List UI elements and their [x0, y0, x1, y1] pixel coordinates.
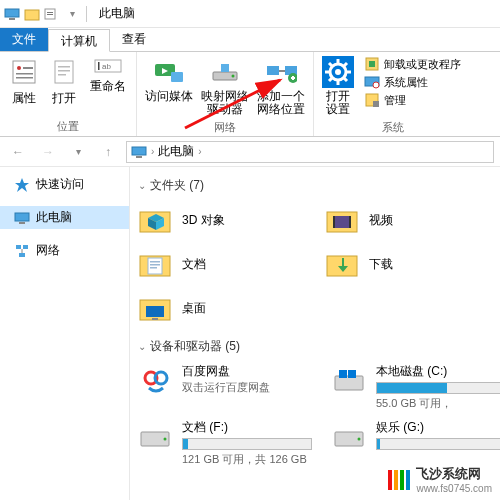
folders-grid: 3D 对象 视频 文档 下载	[138, 200, 492, 328]
sidebar-item-this-pc[interactable]: 此电脑	[0, 206, 129, 229]
svg-rect-61	[333, 216, 351, 228]
chevron-right-icon[interactable]: ›	[151, 146, 154, 157]
svg-rect-63	[349, 216, 351, 228]
sidebar-thispc-label: 此电脑	[36, 209, 72, 226]
manage-button[interactable]: 管理	[364, 92, 461, 108]
open-label: 打开	[52, 90, 76, 107]
sidebar: 快速访问 此电脑 网络	[0, 167, 130, 500]
svg-rect-24	[267, 66, 279, 75]
svg-rect-54	[19, 253, 25, 257]
svg-line-39	[344, 63, 347, 66]
sysprops-label: 系统属性	[384, 75, 428, 90]
addloc-button[interactable]: 添加一个 网络位置	[253, 54, 309, 118]
mapdrive-button[interactable]: 映射网络 驱动器	[197, 54, 253, 118]
rename-label: 重命名	[90, 78, 126, 95]
media-button[interactable]: 访问媒体	[141, 54, 197, 118]
drive-baidu-name: 百度网盘	[182, 363, 312, 380]
group-label-location: 位置	[57, 117, 79, 136]
ribbon-group-location: 属性 打开 ab 重命名 位置	[0, 52, 137, 136]
pc-small-icon	[131, 145, 147, 159]
folder-documents[interactable]: 文档	[138, 244, 305, 284]
svg-point-44	[373, 82, 379, 88]
folder-3d-label: 3D 对象	[182, 212, 225, 229]
breadcrumb[interactable]: › 此电脑 ›	[126, 141, 494, 163]
drive-g-bar	[376, 438, 500, 450]
media-label: 访问媒体	[145, 90, 193, 103]
svg-rect-62	[333, 216, 335, 228]
content: ⌄ 文件夹 (7) 3D 对象 视频 文档	[130, 167, 500, 500]
manage-label: 管理	[384, 93, 406, 108]
drive-baidu[interactable]: 百度网盘 双击运行百度网盘	[138, 361, 312, 413]
svg-point-32	[335, 69, 341, 75]
chevron-right-icon[interactable]: ›	[198, 146, 201, 157]
sysprops-button[interactable]: 系统属性	[364, 74, 461, 90]
folder-3d-icon	[138, 202, 174, 238]
svg-point-82	[358, 438, 361, 441]
folder-downloads-label: 下载	[369, 256, 393, 273]
properties-button[interactable]: 属性	[4, 54, 44, 117]
nav-recent-button[interactable]: ▾	[66, 140, 90, 164]
drive-c-bar	[376, 382, 500, 394]
drives-grid: 百度网盘 双击运行百度网盘 本地磁盘 (C:) 55.0 GB 可用，	[138, 361, 492, 469]
folder-3d-objects[interactable]: 3D 对象	[138, 200, 305, 240]
drive-f[interactable]: 文档 (F:) 121 GB 可用，共 126 GB	[138, 417, 312, 469]
watermark-text: 飞沙系统网	[416, 465, 492, 483]
svg-rect-46	[373, 101, 379, 107]
svg-rect-2	[25, 10, 39, 20]
pc-icon	[4, 6, 20, 22]
svg-rect-22	[221, 64, 229, 72]
svg-rect-8	[23, 67, 33, 69]
dropdown-quick-icon[interactable]: ▾	[64, 6, 80, 22]
nav-fwd-button[interactable]: →	[36, 140, 60, 164]
drive-c-sub: 55.0 GB 可用，	[376, 396, 500, 411]
mapdrive-label: 映射网络 驱动器	[201, 90, 249, 116]
folder-desktop-icon	[138, 290, 174, 326]
tab-computer[interactable]: 计算机	[48, 29, 110, 52]
nav-up-button[interactable]: ↑	[96, 140, 120, 164]
sidebar-item-quick-access[interactable]: 快速访问	[0, 173, 129, 196]
drive-c[interactable]: 本地磁盘 (C:) 55.0 GB 可用，	[332, 361, 500, 413]
svg-text:ab: ab	[102, 62, 111, 71]
svg-rect-13	[58, 70, 70, 72]
tab-file[interactable]: 文件	[0, 28, 48, 51]
section-folders[interactable]: ⌄ 文件夹 (7)	[138, 177, 492, 194]
svg-rect-1	[9, 18, 15, 20]
drives-header-label: 设备和驱动器 (5)	[150, 338, 240, 355]
open-button[interactable]: 打开	[44, 54, 84, 117]
section-drives[interactable]: ⌄ 设备和驱动器 (5)	[138, 338, 492, 355]
uninstall-button[interactable]: 卸载或更改程序	[364, 56, 461, 72]
svg-rect-0	[5, 9, 19, 17]
folder-quick-icon[interactable]	[24, 6, 40, 22]
svg-rect-20	[171, 72, 183, 82]
svg-rect-16	[98, 62, 100, 70]
window-title: 此电脑	[99, 5, 135, 22]
folder-desktop-label: 桌面	[182, 300, 206, 317]
watermark-url: www.fs0745.com	[416, 483, 492, 494]
svg-rect-5	[47, 14, 53, 15]
stripes-icon	[388, 470, 410, 490]
sidebar-item-network[interactable]: 网络	[0, 239, 129, 262]
ribbon-tabs: 文件 计算机 查看	[0, 28, 500, 52]
rename-button[interactable]: ab 重命名	[84, 54, 132, 117]
folder-videos-label: 视频	[369, 212, 393, 229]
drive-c-name: 本地磁盘 (C:)	[376, 363, 500, 380]
svg-rect-12	[58, 66, 70, 68]
nav-back-button[interactable]: ←	[6, 140, 30, 164]
tab-view[interactable]: 查看	[110, 28, 158, 51]
drive-g[interactable]: 娱乐 (G:)	[332, 417, 500, 469]
breadcrumb-this-pc[interactable]: 此电脑	[158, 143, 194, 160]
open-settings-button[interactable]: 打开 设置	[318, 54, 358, 118]
star-icon	[14, 177, 30, 193]
svg-point-7	[17, 66, 21, 70]
svg-rect-10	[16, 77, 33, 79]
svg-rect-14	[58, 74, 66, 76]
svg-rect-26	[279, 70, 285, 72]
props-quick-icon[interactable]	[44, 6, 60, 22]
folder-downloads[interactable]: 下载	[325, 244, 492, 284]
folder-videos[interactable]: 视频	[325, 200, 492, 240]
svg-rect-29	[292, 76, 294, 80]
svg-rect-53	[23, 245, 28, 249]
folder-desktop[interactable]: 桌面	[138, 288, 305, 328]
mapdrive-icon	[209, 56, 241, 88]
svg-rect-51	[19, 222, 25, 224]
